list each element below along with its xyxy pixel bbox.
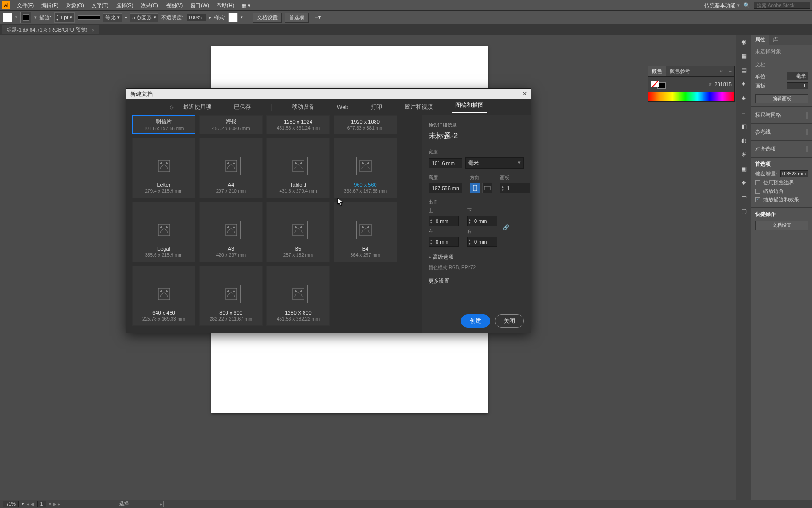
preset-card[interactable]: B5257 x 182 mm	[266, 202, 330, 262]
cat-mobile[interactable]: 移动设备	[288, 103, 318, 111]
menu-help[interactable]: 帮助(H)	[213, 2, 238, 9]
preset-card[interactable]: 1920 x 1080677.33 x 381 mm	[334, 115, 397, 134]
bleed-left[interactable]: ▴▾	[429, 237, 459, 247]
graphic-style-swatch[interactable]	[228, 13, 238, 22]
chk-scale-corners[interactable]: 缩放边角	[755, 188, 808, 195]
workspace-switcher[interactable]: 传统基本功能	[704, 2, 740, 9]
recent-icon: ◷	[170, 104, 174, 110]
close-tab-icon[interactable]: ×	[92, 27, 94, 33]
chk-scale-strokes[interactable]: ✓缩放描边和效果	[755, 196, 808, 203]
stroke-panel-icon[interactable]: ≡	[739, 107, 749, 117]
asset-export-icon[interactable]: ▭	[739, 192, 749, 201]
graphic-styles-icon[interactable]: ▣	[739, 164, 749, 173]
tab-properties[interactable]: 属性	[751, 35, 769, 45]
cat-recent[interactable]: 最近使用项	[180, 103, 215, 111]
fill-swatch[interactable]	[3, 13, 12, 22]
height-input[interactable]	[429, 183, 462, 193]
brush-profile[interactable]: 5 点圆形	[130, 13, 158, 22]
bleed-bottom[interactable]: ▴▾	[467, 216, 497, 226]
preset-card[interactable]: 1280 X 800451.56 x 282.22 mm	[266, 266, 330, 326]
unit-value[interactable]: 毫米	[787, 72, 808, 80]
clubs-icon[interactable]: ♣	[739, 93, 749, 103]
menu-view[interactable]: 视图(V)	[162, 2, 187, 9]
cat-art[interactable]: 图稿和插图	[452, 101, 487, 113]
artboard-count-value[interactable]: 1	[787, 82, 808, 89]
menu-type[interactable]: 文字(T)	[88, 2, 112, 9]
search-input[interactable]	[754, 2, 810, 9]
gradient-icon[interactable]: ◧	[739, 121, 749, 131]
menu-arrange-icon[interactable]: ▦ ▾	[238, 2, 254, 8]
menu-effect[interactable]: 效果(C)	[137, 2, 162, 9]
opacity-input[interactable]	[187, 14, 206, 21]
create-button[interactable]: 创建	[461, 314, 490, 328]
preferences-button[interactable]: 首选项	[285, 13, 309, 23]
brushes-icon[interactable]: ▤	[739, 65, 749, 74]
preset-card[interactable]: Letter279.4 x 215.9 mm	[132, 138, 195, 198]
close-dialog-icon[interactable]: ✕	[522, 90, 528, 97]
menu-object[interactable]: 对象(O)	[62, 2, 88, 9]
preset-card[interactable]: A4297 x 210 mm	[199, 138, 263, 198]
color-guide-tab[interactable]: 颜色参考	[666, 66, 694, 76]
preset-card[interactable]: 960 x 560338.67 x 197.56 mm	[334, 138, 397, 198]
artboards-stepper[interactable]: ▴▾	[500, 183, 530, 193]
collapse-icon[interactable]: »	[717, 66, 726, 76]
bleed-right[interactable]: ▴▾	[467, 237, 497, 247]
align-icon[interactable]: ⊩▾	[313, 14, 321, 21]
artboard-nav[interactable]: 1	[37, 501, 47, 507]
stroke-swatch[interactable]	[20, 12, 31, 23]
preset-card[interactable]: 明信片101.6 x 197.56 mm	[132, 115, 195, 134]
color-tab[interactable]: 颜色	[648, 66, 666, 76]
doc-title-input[interactable]: 未标题-2	[429, 131, 524, 141]
orientation-portrait[interactable]	[470, 183, 480, 193]
panel-menu-icon[interactable]: ≡	[726, 66, 734, 76]
preset-card[interactable]: Legal355.6 x 215.9 mm	[132, 202, 195, 262]
transparency-icon[interactable]: ◐	[739, 135, 749, 145]
preset-card[interactable]: A3420 x 297 mm	[199, 202, 263, 262]
cat-saved[interactable]: 已保存	[230, 103, 255, 111]
cat-print[interactable]: 打印	[367, 103, 386, 111]
chk-preview-bounds[interactable]: 使用预览边界	[755, 179, 808, 186]
appearance-icon[interactable]: ☀	[739, 150, 749, 159]
quick-doc-setup-button[interactable]: 文档设置	[755, 221, 808, 230]
unit-select[interactable]: 毫米	[465, 157, 524, 169]
bleed-top[interactable]: ▴▾	[429, 216, 459, 226]
preset-card[interactable]: Tabloid431.8 x 279.4 mm	[266, 138, 330, 198]
stroke-style-preview[interactable]	[78, 15, 100, 20]
stroke-uniform[interactable]: 等比	[103, 13, 122, 22]
preset-card[interactable]: 800 x 600282.22 x 211.67 mm	[199, 266, 263, 326]
bleed-left-label: 左	[429, 228, 459, 235]
key-increment-value[interactable]: 0.3528 mm	[780, 170, 808, 177]
preset-card[interactable]: 640 x 480225.78 x 169.33 mm	[132, 266, 195, 326]
stroke-weight[interactable]: ▴▾1 pt	[54, 12, 75, 23]
smart-guides-icon[interactable]	[807, 129, 808, 135]
orientation-landscape[interactable]	[482, 183, 492, 193]
preset-card[interactable]: 海报457.2 x 609.6 mm	[199, 115, 263, 134]
swatches-icon[interactable]: ▦	[739, 51, 749, 60]
width-input[interactable]	[429, 158, 462, 168]
document-tab[interactable]: 标题-1 @ 84.71% (RGB/GPU 预览) ×	[2, 25, 99, 34]
zoom-level[interactable]: 71%	[3, 501, 19, 507]
cat-web[interactable]: Web	[333, 104, 352, 111]
cat-film[interactable]: 胶片和视频	[401, 103, 437, 111]
grid-icon[interactable]	[807, 112, 808, 119]
artboards-icon[interactable]: ▢	[739, 206, 749, 215]
document-setup-button[interactable]: 文档设置	[253, 13, 282, 23]
layers-icon[interactable]: ❖	[739, 178, 749, 187]
more-settings[interactable]: 更多设置	[429, 278, 524, 285]
edit-artboards-button[interactable]: 编辑画板	[755, 94, 808, 103]
color-wheel-icon[interactable]: ◉	[739, 37, 749, 46]
menu-edit[interactable]: 编辑(E)	[38, 2, 62, 9]
menu-window[interactable]: 窗口(W)	[187, 2, 213, 9]
preset-card[interactable]: B4364 x 257 mm	[334, 202, 397, 262]
menu-select[interactable]: 选择(S)	[112, 2, 137, 9]
key-object-icon[interactable]	[807, 146, 808, 152]
menu-file[interactable]: 文件(F)	[13, 2, 38, 9]
advanced-options-toggle[interactable]: 高级选项	[429, 254, 524, 261]
fill-color-box[interactable]	[651, 81, 659, 87]
link-bleed-icon[interactable]: 🔗	[501, 222, 511, 232]
close-button[interactable]: 关闭	[495, 314, 524, 328]
symbols-icon[interactable]: ✦	[739, 79, 749, 88]
tab-libraries[interactable]: 库	[769, 35, 782, 45]
preset-card[interactable]: 1280 x 1024451.56 x 361.24 mm	[266, 115, 330, 134]
color-spectrum[interactable]	[648, 92, 734, 101]
